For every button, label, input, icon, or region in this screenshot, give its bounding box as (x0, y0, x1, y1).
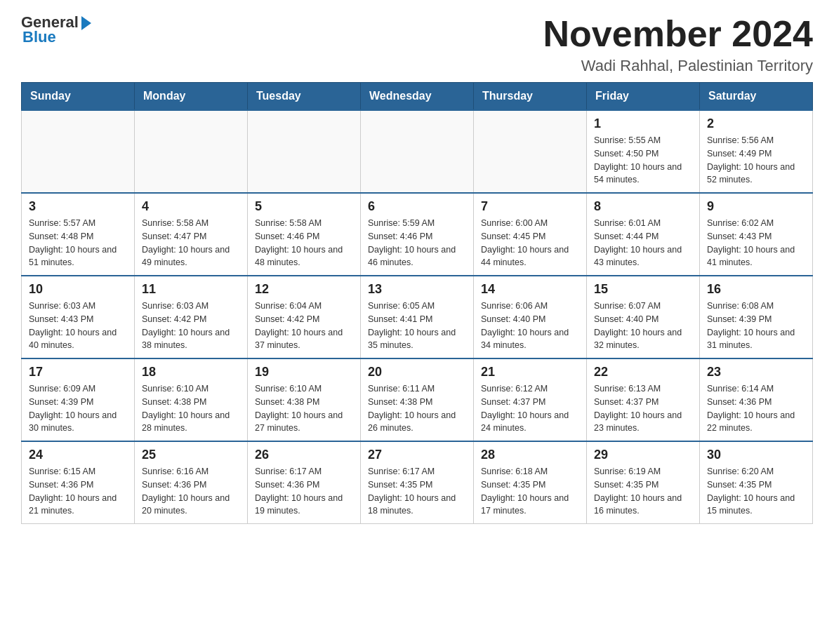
day-number: 7 (481, 199, 579, 214)
calendar-header-friday: Friday (587, 83, 700, 111)
calendar-header-saturday: Saturday (700, 83, 813, 111)
day-number: 24 (29, 448, 127, 462)
day-number: 2 (707, 116, 805, 131)
calendar-cell: 24Sunrise: 6:15 AMSunset: 4:36 PMDayligh… (22, 441, 135, 524)
day-info: Sunrise: 5:55 AMSunset: 4:50 PMDaylight:… (594, 134, 692, 187)
day-number: 8 (594, 199, 692, 214)
day-info: Sunrise: 6:03 AMSunset: 4:42 PMDaylight:… (142, 300, 240, 352)
day-info: Sunrise: 6:19 AMSunset: 4:35 PMDaylight:… (594, 465, 692, 518)
day-info: Sunrise: 6:17 AMSunset: 4:35 PMDaylight:… (368, 465, 466, 518)
calendar-cell: 22Sunrise: 6:13 AMSunset: 4:37 PMDayligh… (587, 358, 700, 441)
day-number: 17 (29, 365, 127, 380)
calendar-header-thursday: Thursday (474, 83, 587, 111)
logo: General Blue (21, 14, 91, 46)
day-number: 14 (481, 282, 579, 297)
calendar-header-monday: Monday (135, 83, 248, 111)
day-info: Sunrise: 6:01 AMSunset: 4:44 PMDaylight:… (594, 217, 692, 269)
calendar-cell: 9Sunrise: 6:02 AMSunset: 4:43 PMDaylight… (700, 193, 813, 276)
day-info: Sunrise: 6:14 AMSunset: 4:36 PMDaylight:… (707, 382, 805, 435)
calendar-cell: 13Sunrise: 6:05 AMSunset: 4:41 PMDayligh… (361, 276, 474, 358)
day-number: 12 (255, 282, 353, 297)
day-number: 15 (594, 282, 692, 297)
day-info: Sunrise: 6:15 AMSunset: 4:36 PMDaylight:… (29, 465, 127, 518)
calendar-cell: 20Sunrise: 6:11 AMSunset: 4:38 PMDayligh… (361, 358, 474, 441)
calendar-cell: 28Sunrise: 6:18 AMSunset: 4:35 PMDayligh… (474, 441, 587, 524)
calendar-cell: 1Sunrise: 5:55 AMSunset: 4:50 PMDaylight… (587, 110, 700, 193)
day-number: 28 (481, 448, 579, 462)
calendar-header-wednesday: Wednesday (361, 83, 474, 111)
day-info: Sunrise: 5:58 AMSunset: 4:46 PMDaylight:… (255, 217, 353, 269)
day-info: Sunrise: 6:10 AMSunset: 4:38 PMDaylight:… (142, 382, 240, 435)
day-number: 23 (707, 365, 805, 380)
day-number: 10 (29, 282, 127, 297)
day-info: Sunrise: 6:08 AMSunset: 4:39 PMDaylight:… (707, 300, 805, 352)
day-number: 30 (707, 448, 805, 462)
day-info: Sunrise: 6:00 AMSunset: 4:45 PMDaylight:… (481, 217, 579, 269)
title-section: November 2024 Wadi Rahhal, Palestinian T… (543, 14, 813, 75)
day-number: 5 (255, 199, 353, 214)
day-info: Sunrise: 6:04 AMSunset: 4:42 PMDaylight:… (255, 300, 353, 352)
day-number: 18 (142, 365, 240, 380)
calendar-cell: 26Sunrise: 6:17 AMSunset: 4:36 PMDayligh… (248, 441, 361, 524)
calendar-cell (135, 110, 248, 193)
day-info: Sunrise: 6:06 AMSunset: 4:40 PMDaylight:… (481, 300, 579, 352)
day-info: Sunrise: 6:11 AMSunset: 4:38 PMDaylight:… (368, 382, 466, 435)
day-info: Sunrise: 5:57 AMSunset: 4:48 PMDaylight:… (29, 217, 127, 269)
location-subtitle: Wadi Rahhal, Palestinian Territory (543, 57, 813, 75)
day-number: 21 (481, 365, 579, 380)
day-number: 6 (368, 199, 466, 214)
calendar-cell: 19Sunrise: 6:10 AMSunset: 4:38 PMDayligh… (248, 358, 361, 441)
day-number: 27 (368, 448, 466, 462)
day-info: Sunrise: 6:10 AMSunset: 4:38 PMDaylight:… (255, 382, 353, 435)
day-info: Sunrise: 6:18 AMSunset: 4:35 PMDaylight:… (481, 465, 579, 518)
calendar-cell: 30Sunrise: 6:20 AMSunset: 4:35 PMDayligh… (700, 441, 813, 524)
calendar-week-row: 1Sunrise: 5:55 AMSunset: 4:50 PMDaylight… (22, 110, 813, 193)
day-number: 16 (707, 282, 805, 297)
calendar-cell: 18Sunrise: 6:10 AMSunset: 4:38 PMDayligh… (135, 358, 248, 441)
calendar-table: SundayMondayTuesdayWednesdayThursdayFrid… (21, 82, 813, 524)
calendar-cell: 16Sunrise: 6:08 AMSunset: 4:39 PMDayligh… (700, 276, 813, 358)
day-number: 13 (368, 282, 466, 297)
calendar-week-row: 10Sunrise: 6:03 AMSunset: 4:43 PMDayligh… (22, 276, 813, 358)
day-number: 9 (707, 199, 805, 214)
day-info: Sunrise: 6:12 AMSunset: 4:37 PMDaylight:… (481, 382, 579, 435)
calendar-cell (22, 110, 135, 193)
day-number: 11 (142, 282, 240, 297)
calendar-cell: 11Sunrise: 6:03 AMSunset: 4:42 PMDayligh… (135, 276, 248, 358)
calendar-cell: 14Sunrise: 6:06 AMSunset: 4:40 PMDayligh… (474, 276, 587, 358)
logo-blue-text: Blue (22, 28, 56, 46)
day-number: 3 (29, 199, 127, 214)
calendar-cell: 17Sunrise: 6:09 AMSunset: 4:39 PMDayligh… (22, 358, 135, 441)
day-info: Sunrise: 6:02 AMSunset: 4:43 PMDaylight:… (707, 217, 805, 269)
calendar-cell: 15Sunrise: 6:07 AMSunset: 4:40 PMDayligh… (587, 276, 700, 358)
calendar-week-row: 24Sunrise: 6:15 AMSunset: 4:36 PMDayligh… (22, 441, 813, 524)
day-number: 26 (255, 448, 353, 462)
day-info: Sunrise: 5:56 AMSunset: 4:49 PMDaylight:… (707, 134, 805, 187)
calendar-cell: 12Sunrise: 6:04 AMSunset: 4:42 PMDayligh… (248, 276, 361, 358)
day-info: Sunrise: 5:58 AMSunset: 4:47 PMDaylight:… (142, 217, 240, 269)
calendar-header-sunday: Sunday (22, 83, 135, 111)
calendar-cell: 4Sunrise: 5:58 AMSunset: 4:47 PMDaylight… (135, 193, 248, 276)
logo-triangle-icon (81, 16, 91, 30)
calendar-cell: 2Sunrise: 5:56 AMSunset: 4:49 PMDaylight… (700, 110, 813, 193)
day-info: Sunrise: 6:05 AMSunset: 4:41 PMDaylight:… (368, 300, 466, 352)
month-title: November 2024 (543, 14, 813, 54)
calendar-cell: 3Sunrise: 5:57 AMSunset: 4:48 PMDaylight… (22, 193, 135, 276)
calendar-header-tuesday: Tuesday (248, 83, 361, 111)
calendar-week-row: 3Sunrise: 5:57 AMSunset: 4:48 PMDaylight… (22, 193, 813, 276)
calendar-week-row: 17Sunrise: 6:09 AMSunset: 4:39 PMDayligh… (22, 358, 813, 441)
day-info: Sunrise: 6:07 AMSunset: 4:40 PMDaylight:… (594, 300, 692, 352)
page-header: General Blue November 2024 Wadi Rahhal, … (21, 14, 813, 75)
day-info: Sunrise: 6:13 AMSunset: 4:37 PMDaylight:… (594, 382, 692, 435)
day-number: 1 (594, 116, 692, 131)
calendar-cell: 29Sunrise: 6:19 AMSunset: 4:35 PMDayligh… (587, 441, 700, 524)
day-info: Sunrise: 6:09 AMSunset: 4:39 PMDaylight:… (29, 382, 127, 435)
calendar-cell: 7Sunrise: 6:00 AMSunset: 4:45 PMDaylight… (474, 193, 587, 276)
calendar-cell (361, 110, 474, 193)
calendar-cell (474, 110, 587, 193)
day-info: Sunrise: 6:20 AMSunset: 4:35 PMDaylight:… (707, 465, 805, 518)
calendar-cell: 8Sunrise: 6:01 AMSunset: 4:44 PMDaylight… (587, 193, 700, 276)
calendar-cell (248, 110, 361, 193)
day-info: Sunrise: 6:03 AMSunset: 4:43 PMDaylight:… (29, 300, 127, 352)
calendar-cell: 10Sunrise: 6:03 AMSunset: 4:43 PMDayligh… (22, 276, 135, 358)
